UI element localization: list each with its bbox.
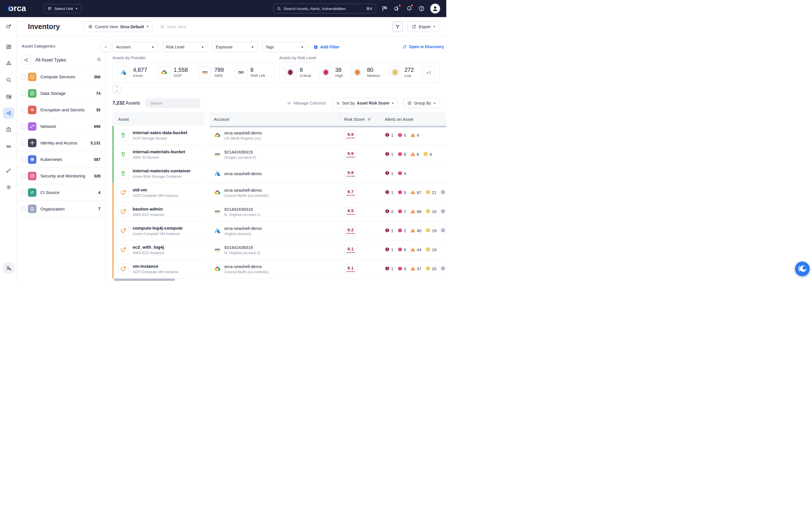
column-header-asset[interactable]: Asset xyxy=(112,112,204,126)
alert-count-low[interactable]: 10 xyxy=(426,209,436,214)
avatar[interactable] xyxy=(430,4,440,14)
alert-count-high[interactable]: 5 xyxy=(398,190,406,195)
category-item-security-and-monitoring[interactable]: Security and Monitoring328 xyxy=(17,167,106,184)
risk-score-badge[interactable]: 9.7 xyxy=(344,188,357,198)
table-search[interactable] xyxy=(145,98,200,108)
alert-count-medium[interactable]: 37 xyxy=(410,266,421,272)
sidebar-item-attack-path[interactable] xyxy=(3,165,14,176)
category-item-compute-services[interactable]: Compute Services366 xyxy=(17,69,106,85)
table-row-asset[interactable]: compute-log4j-computeAzure Compute VM In… xyxy=(112,221,204,240)
checkbox[interactable] xyxy=(21,108,26,112)
checkbox[interactable] xyxy=(21,174,26,178)
checkbox[interactable] xyxy=(21,190,26,195)
table-row-details[interactable]: orca-seashell-demoUS (Multi Region) (us)… xyxy=(210,126,446,145)
collapse-stats-toggle[interactable]: ⌃⌃ xyxy=(113,85,120,93)
filter-dropdown-account[interactable]: Account▼ xyxy=(112,42,158,52)
category-item-ci-source[interactable]: CI Source4 xyxy=(17,184,106,200)
alert-count-critical[interactable]: 1 xyxy=(385,152,393,157)
alert-count-low[interactable]: 4 xyxy=(423,152,432,157)
sidebar-item-compliance[interactable] xyxy=(3,124,14,135)
table-row-details[interactable]: aws921442439319Oregon (us-west-2)9.91864 xyxy=(210,145,446,164)
alert-count-low[interactable]: 20 xyxy=(426,266,436,272)
alert-count-high[interactable]: 4 xyxy=(398,171,406,176)
select-unit-dropdown[interactable]: Select Unit ▼ xyxy=(44,4,82,13)
table-row-asset[interactable]: ec2_with_log4jAWS EC2 Instance xyxy=(112,240,204,260)
table-row-details[interactable]: orca-seashell-demoVirginia (eastus)9.212… xyxy=(210,221,446,240)
alert-count-critical[interactable]: 1 xyxy=(385,171,393,176)
manage-columns-button[interactable]: Manage Columns xyxy=(287,101,326,105)
alert-count-high[interactable]: 2 xyxy=(398,228,406,234)
alert-count-medium[interactable]: 44 xyxy=(410,247,421,253)
risk-score-badge[interactable]: 9.1 xyxy=(344,264,357,274)
sidebar-item-shift-left[interactable] xyxy=(3,141,14,152)
asset-name[interactable]: internal-materials-container xyxy=(133,168,191,173)
asset-name[interactable]: vm-instance xyxy=(133,264,178,269)
sort-by-button[interactable]: Sort by Asset Risk Score ▼ xyxy=(332,98,398,108)
bell-icon[interactable] xyxy=(406,5,413,12)
category-item-network[interactable]: Network696 xyxy=(17,118,106,134)
alert-count-low[interactable]: 19 xyxy=(426,228,436,234)
current-view-dropdown[interactable]: Current View Orca Default ▼ xyxy=(84,22,153,32)
table-row-asset[interactable]: internal-materials-bucketAWS S3 Bucket xyxy=(112,145,204,164)
alert-count-medium[interactable]: 89 xyxy=(410,209,421,214)
alert-count-high[interactable]: 8 xyxy=(398,152,406,157)
alert-count-high[interactable]: 5 xyxy=(398,132,406,138)
add-filter-button[interactable]: Add Filter xyxy=(313,45,340,50)
asset-name[interactable]: bastion-admin xyxy=(133,207,164,212)
risk-score-badge[interactable]: 9.8 xyxy=(344,169,357,179)
provider-stat-shift-left[interactable]: 8Shift Left xyxy=(235,66,265,79)
user-access-icon[interactable] xyxy=(3,262,14,274)
risk-stat-high[interactable]: 38High xyxy=(320,66,343,79)
alert-count-critical[interactable]: 1 xyxy=(385,132,393,138)
column-header-account[interactable]: Account xyxy=(210,112,340,126)
search-icon[interactable] xyxy=(96,57,102,63)
open-in-discovery-link[interactable]: Open in Discovery xyxy=(402,42,444,52)
category-item-kubernetes[interactable]: Kubernetes587 xyxy=(17,151,106,167)
asset-name[interactable]: compute-log4j-compute xyxy=(133,225,183,231)
group-by-button[interactable]: Group By ▼ xyxy=(404,98,440,108)
risk-stat-medium[interactable]: 80Medium xyxy=(351,66,380,79)
table-row-asset[interactable]: vm-instanceGCP Compute VM Instance xyxy=(112,260,204,278)
horizontal-scrollbar[interactable] xyxy=(210,126,446,127)
provider-stat-azure[interactable]: 4,877Azure xyxy=(117,66,147,79)
column-header-alerts[interactable]: Alerts on Asset xyxy=(381,112,446,126)
save-view-button[interactable]: Save View xyxy=(160,25,186,29)
checkbox[interactable] xyxy=(21,91,26,96)
sidebar-item-alerts[interactable] xyxy=(3,57,14,69)
table-row-asset[interactable]: internal-sales-data-bucketGCP Storage Bu… xyxy=(112,126,204,145)
sidebar-item-inventory[interactable] xyxy=(3,107,14,119)
alert-count-medium[interactable]: 6 xyxy=(410,152,419,157)
alert-count-info[interactable]: 2 xyxy=(441,228,446,234)
alert-count-info[interactable]: 120 xyxy=(441,190,446,195)
table-search-input[interactable] xyxy=(150,101,200,105)
alert-count-low[interactable]: 19 xyxy=(426,247,436,253)
column-header-risk-score[interactable]: Risk Score xyxy=(340,112,381,126)
table-row-details[interactable]: aws921442439319N. Virginia (us-east-1)9.… xyxy=(210,202,446,221)
unpin-sidebar-icon[interactable] xyxy=(3,21,14,32)
table-row-details[interactable]: orca-seashell-demoCouncil Bluffs (us-cen… xyxy=(210,260,446,278)
table-row-asset[interactable]: old-vmGCP Compute VM Instance xyxy=(112,183,204,202)
all-asset-types[interactable]: All Asset Types xyxy=(22,54,102,66)
sidebar-item-settings[interactable] xyxy=(3,182,14,193)
asset-name[interactable]: internal-sales-data-bucket xyxy=(133,130,187,135)
provider-stat-gcp[interactable]: 1,558GCP xyxy=(158,66,188,79)
risk-stat-low[interactable]: 272Low xyxy=(389,66,414,79)
alert-count-info[interactable] xyxy=(441,266,445,272)
checkbox[interactable] xyxy=(21,141,26,145)
checkbox[interactable] xyxy=(21,207,26,211)
table-row-details[interactable]: orca-seashell-demoCouncil Bluffs (us-cen… xyxy=(210,183,446,202)
alert-count-critical[interactable]: 1 xyxy=(385,228,393,234)
category-item-organization[interactable]: Organization7 xyxy=(17,200,106,217)
risk-stat-critical[interactable]: 8Critical xyxy=(284,66,311,79)
flag-icon[interactable] xyxy=(381,5,388,12)
alert-count-critical[interactable]: 1 xyxy=(385,266,393,272)
asset-name[interactable]: internal-materials-bucket xyxy=(133,149,185,154)
checkbox[interactable] xyxy=(21,157,26,162)
alert-count-info[interactable]: 118 xyxy=(441,209,446,214)
sidebar-item-assets-report[interactable] xyxy=(3,91,14,102)
alert-count-low[interactable]: 21 xyxy=(426,190,436,195)
filter-dropdown-exposure[interactable]: Exposure▼ xyxy=(212,42,258,52)
risk-score-badge[interactable]: 9.1 xyxy=(344,245,357,255)
sidebar-item-dashboard[interactable] xyxy=(3,41,14,52)
checkbox[interactable] xyxy=(21,124,26,129)
